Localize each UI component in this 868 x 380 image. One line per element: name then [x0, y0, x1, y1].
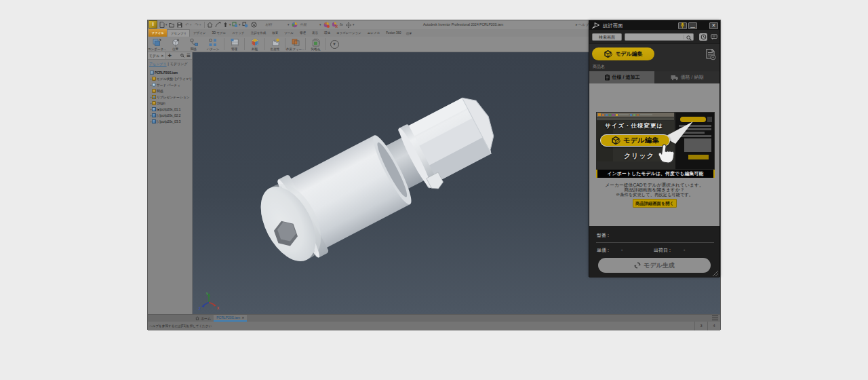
- doc-tab-document[interactable]: PCRLP20S.iam ✕: [214, 315, 247, 322]
- tree-item-part1[interactable]: ＋[●]pcrlp20s_01:1: [148, 106, 192, 112]
- generate-model-button[interactable]: モデル生成: [598, 258, 711, 273]
- tool-simplify[interactable]: 簡略化: [307, 37, 325, 52]
- appearance-dropdown[interactable]: 外観: [300, 22, 307, 28]
- appearance-ball-icon[interactable]: [292, 22, 298, 28]
- save-icon[interactable]: [177, 22, 182, 28]
- panel-bottom: 型番 : 単価 : - 出荷日 : - モデル生成: [589, 226, 719, 278]
- ribbon-tab[interactable]: ファイル: [149, 29, 167, 37]
- tree-item-origin[interactable]: ＋Origin: [148, 100, 192, 106]
- tool-work-features[interactable]: 作業フィー...: [286, 37, 304, 52]
- search-screen-button[interactable]: 検索画面: [592, 33, 622, 41]
- appearance-dropdown-arrow[interactable]: ▾: [319, 22, 321, 28]
- tool-label: 外観: [252, 48, 258, 51]
- product-name-label: 商品名: [593, 64, 605, 70]
- tool-position[interactable]: 位置: [166, 37, 184, 52]
- undo-icon[interactable]: ↶▾: [185, 22, 191, 28]
- resize-grip[interactable]: [712, 270, 719, 277]
- qat-separator: [204, 22, 205, 28]
- search-input[interactable]: [626, 34, 684, 40]
- tool-relationship[interactable]: 関係: [184, 37, 203, 52]
- tree-item-part3[interactable]: ＋[○]pcrlp20s_03:3: [148, 118, 192, 124]
- clear-appearance-icon[interactable]: [332, 22, 338, 28]
- tree-item-label: PCRLP20S.iam: [155, 71, 178, 75]
- ribbon-tab[interactable]: 注記を作成: [248, 29, 269, 37]
- promo-banner[interactable]: サイズ・仕様変更は モデル編集 クリック インポートしたモデルは、何度でも編集可…: [596, 112, 715, 178]
- tab-spec[interactable]: 仕様 / 追加工: [589, 71, 654, 83]
- dropdown-arrow-icon: ▾: [319, 22, 321, 28]
- tree-item-relationships[interactable]: ＋関係: [148, 88, 192, 94]
- document-info-button[interactable]: [705, 48, 717, 60]
- tree-item-representations[interactable]: ＋リプレゼンテーション: [148, 94, 192, 100]
- adjust-icon[interactable]: [323, 22, 330, 28]
- no-material-icon[interactable]: [251, 22, 257, 28]
- ribbon-tab[interactable]: デザイン: [190, 29, 208, 37]
- ribbon-tab[interactable]: 環境: [321, 29, 333, 37]
- message-line2: 商品詳細画面を開きますか？: [589, 187, 719, 192]
- tool-productivity[interactable]: 生産性: [266, 37, 284, 52]
- help-menu[interactable]: ▸ ヘルプ: [576, 22, 589, 26]
- tool-appearance[interactable]: 外観: [245, 37, 264, 52]
- tab-overflow-icon[interactable]: ◎▾: [404, 29, 414, 37]
- qat-overflow-arrow[interactable]: ▾: [352, 22, 355, 28]
- product-detail-button[interactable]: 商品詳細画面を開く: [633, 199, 677, 208]
- browser-tab-close-icon[interactable]: ✕: [161, 54, 163, 58]
- sketch-icon[interactable]: [215, 22, 221, 28]
- ribbon-tab[interactable]: 検査: [269, 29, 281, 37]
- minimize-icon[interactable]: —: [688, 22, 697, 29]
- history-button[interactable]: [699, 33, 707, 41]
- panel-titlebar[interactable]: 設計画面 — ✕: [589, 21, 719, 30]
- inventor-logo[interactable]: I: [149, 20, 157, 28]
- close-icon[interactable]: ✕: [709, 22, 718, 29]
- model-edit-button[interactable]: モデル編集: [592, 48, 654, 60]
- ribbon-tab[interactable]: ツール: [281, 29, 297, 37]
- tool-manage-bom[interactable]: 管理: [225, 37, 243, 52]
- ribbon-tab[interactable]: Fusion 360: [383, 29, 404, 37]
- measure-icon[interactable]: ▾: [232, 22, 241, 28]
- doc-tab-menu-icon[interactable]: [712, 316, 718, 320]
- doc-tab-home[interactable]: ホーム: [193, 315, 214, 322]
- ribbon-tab[interactable]: コラボレーション: [333, 29, 364, 37]
- ribbon-tab[interactable]: 表示: [309, 29, 321, 37]
- ship-date-label: 出荷日 :: [654, 247, 671, 254]
- ribbon-tab[interactable]: エレメカ: [364, 29, 382, 37]
- browser-search-icon[interactable]: [180, 54, 184, 58]
- new-file-icon[interactable]: ▾: [159, 22, 167, 28]
- browser-add-icon[interactable]: ✚: [168, 53, 172, 58]
- home-icon[interactable]: [207, 22, 213, 28]
- material-dropdown[interactable]: 材料: [265, 22, 272, 28]
- redo-icon[interactable]: ↷▾: [195, 22, 201, 28]
- panel-body-top: モデル編集 商品名: [589, 44, 719, 71]
- banner-line1: サイズ・仕様変更は: [605, 122, 663, 130]
- mode-link-assembly[interactable]: アセンブリ: [149, 62, 167, 66]
- chat-button[interactable]: [711, 33, 717, 41]
- fx-icon[interactable]: fx: [340, 22, 343, 28]
- ribbon-tab[interactable]: スケッチ: [229, 29, 248, 37]
- bom-icon: [230, 38, 239, 47]
- tree-item-third-party[interactable]: ＋サード パーティ: [148, 81, 192, 88]
- pin-icon[interactable]: [678, 22, 687, 29]
- place-component-icon: [152, 38, 162, 47]
- panel-logo-icon: [592, 22, 599, 28]
- move-icon[interactable]: [346, 22, 351, 28]
- browser-tab-model[interactable]: モデル ✕: [148, 52, 166, 59]
- search-icon[interactable]: [686, 35, 692, 41]
- ribbon-tab[interactable]: 3D モデル: [209, 29, 229, 37]
- tool-label: 作業フィー...: [286, 48, 304, 51]
- tool-pattern[interactable]: パターン: [203, 37, 223, 52]
- parameters-icon[interactable]: [242, 22, 248, 28]
- open-icon[interactable]: [169, 22, 175, 28]
- chat-icon: [711, 34, 717, 40]
- tree-item-root[interactable]: ＋PCRLP20S.iam: [148, 69, 192, 75]
- ribbon-tab[interactable]: アセンブリ: [167, 29, 190, 37]
- browser-menu-icon[interactable]: ☰: [186, 53, 191, 58]
- tool-place-component[interactable]: コンポーネ...: [148, 37, 166, 52]
- update-icon[interactable]: ▾: [222, 22, 231, 28]
- cad-model[interactable]: [255, 79, 506, 269]
- tab-price[interactable]: 価格 / 納期: [654, 71, 719, 83]
- ribbon-collapse-button[interactable]: ▼: [327, 37, 342, 52]
- tree-item-part2[interactable]: ＋[○]pcrlp20s_02:2: [148, 112, 192, 118]
- material-dropdown-arrow[interactable]: ▾: [287, 22, 290, 28]
- ribbon-tab[interactable]: 管理: [296, 29, 309, 37]
- tree-item-model-states[interactable]: ＋モデル状態: [プライマリ]: [148, 75, 192, 81]
- doc-tab-close-icon[interactable]: ✕: [241, 316, 244, 320]
